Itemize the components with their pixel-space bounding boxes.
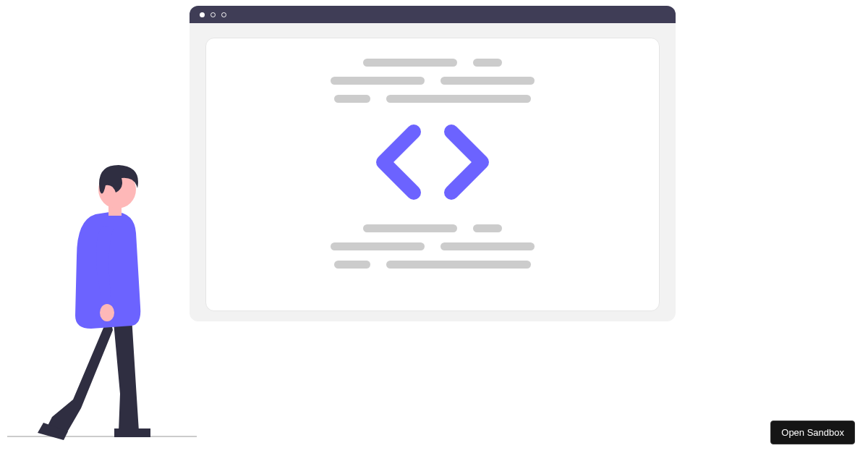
browser-window — [190, 6, 676, 321]
placeholder-bar — [473, 59, 502, 67]
placeholder-bar — [441, 77, 535, 85]
placeholder-bar — [331, 242, 425, 250]
front-shoe — [114, 428, 150, 437]
placeholder-bar — [473, 224, 502, 232]
browser-titlebar — [190, 6, 676, 23]
hand — [100, 304, 114, 321]
placeholder-bar — [441, 242, 535, 250]
window-control-dot — [200, 12, 205, 17]
placeholder-bar — [363, 224, 457, 232]
browser-content — [205, 38, 660, 311]
placeholder-bar — [334, 95, 370, 103]
open-sandbox-button[interactable]: Open Sandbox — [770, 421, 855, 444]
placeholder-bar — [386, 95, 531, 103]
ear — [105, 189, 112, 196]
placeholder-text-bottom — [247, 224, 618, 269]
back-leg — [45, 314, 113, 436]
walking-person-illustration — [33, 162, 178, 440]
placeholder-text-top — [247, 59, 618, 103]
placeholder-bar — [363, 59, 457, 67]
window-control-dot — [210, 12, 216, 17]
placeholder-bar — [334, 261, 370, 269]
window-control-dot — [221, 12, 226, 17]
placeholder-bar — [331, 77, 425, 85]
placeholder-bar — [386, 261, 531, 269]
front-leg — [113, 314, 139, 431]
code-brackets-icon — [370, 124, 495, 203]
